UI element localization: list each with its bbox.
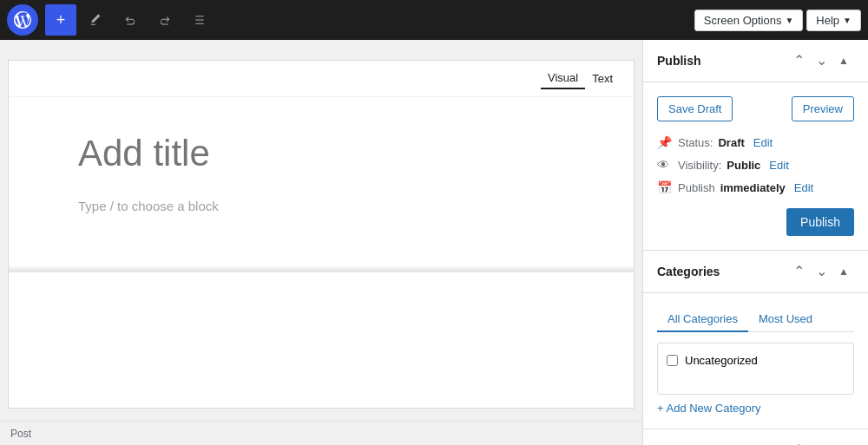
publish-panel: Publish ⌃ ⌄ ▲ Save Draft Preview 📌 Statu… [643,40,868,251]
publish-time-edit-link[interactable]: Edit [794,181,813,194]
save-draft-button[interactable]: Save Draft [657,96,733,121]
publish-panel-collapse-up[interactable]: ⌃ [788,50,809,71]
most-used-tab[interactable]: Most Used [748,307,823,332]
visibility-label: Visibility: [678,159,721,172]
categories-panel-controls: ⌃ ⌄ ▲ [788,261,854,282]
publish-panel-header[interactable]: Publish ⌃ ⌄ ▲ [643,40,868,82]
publish-time-row: 📅 Publish immediately Edit [657,180,854,194]
sidebar: Publish ⌃ ⌄ ▲ Save Draft Preview 📌 Statu… [642,40,868,445]
undo-button[interactable] [115,4,146,36]
uncategorized-label[interactable]: Uncategorized [685,354,758,367]
add-block-button[interactable]: + [45,4,76,36]
tab-text[interactable]: Text [585,68,620,89]
categories-panel-header[interactable]: Categories ⌃ ⌄ ▲ [643,251,868,293]
redo-button[interactable] [149,4,181,36]
status-edit-link[interactable]: Edit [753,136,773,149]
publish-time-value: immediately [720,181,786,194]
post-title-input[interactable] [78,132,564,175]
status-row: 📌 Status: Draft Edit [657,135,854,149]
top-bar-left: + [7,4,215,36]
editor-inner: Visual Text Type / to choose a block [9,61,634,408]
publish-label: Publish [678,181,715,194]
chevron-down-icon: ▼ [843,16,852,25]
help-button[interactable]: Help ▼ [806,10,861,31]
eye-icon: 👁 [657,158,673,172]
categories-panel-toggle[interactable]: ▲ [833,261,854,282]
editor-scrollable: Visual Text Type / to choose a block [0,40,642,421]
calendar-icon: 📅 [657,180,673,194]
editor-footer: Post [0,421,642,445]
publish-panel-collapse-down[interactable]: ⌄ [811,50,832,71]
category-list: Uncategorized [657,343,854,395]
preview-button[interactable]: Preview [792,96,854,121]
categories-panel-collapse-up[interactable]: ⌃ [788,261,809,282]
tools-menu-button[interactable] [184,4,215,36]
categories-panel: Categories ⌃ ⌄ ▲ All Categories Most Use… [643,251,868,429]
all-categories-tab[interactable]: All Categories [657,307,748,332]
editor-tab-bar: Visual Text [9,61,634,97]
screen-options-button[interactable]: Screen Options ▼ [694,10,804,31]
list-item: Uncategorized [665,350,846,370]
publish-panel-title: Publish [657,54,701,68]
tags-panel-controls: ⌃ ⌄ ▲ [788,440,854,445]
categories-panel-collapse-down[interactable]: ⌄ [811,261,832,282]
resize-handle[interactable] [9,265,634,272]
main-layout: Visual Text Type / to choose a block Pos… [0,40,868,445]
editor-area: Visual Text Type / to choose a block Pos… [0,40,642,445]
publish-panel-body: Save Draft Preview 📌 Status: Draft Edit … [643,82,868,250]
top-bar-right: Screen Options ▼ Help ▼ [694,10,861,31]
visibility-row: 👁 Visibility: Public Edit [657,158,854,172]
tags-panel-collapse-down[interactable]: ⌄ [811,440,832,445]
wordpress-logo[interactable] [7,4,38,36]
edit-tool-button[interactable] [80,4,111,36]
publish-button[interactable]: Publish [786,208,854,236]
publish-panel-toggle[interactable]: ▲ [833,50,854,71]
publish-panel-controls: ⌃ ⌄ ▲ [788,50,854,71]
categories-tabs: All Categories Most Used [657,307,854,332]
add-new-category-link[interactable]: + Add New Category [657,402,761,415]
chevron-down-icon: ▼ [785,16,793,25]
editor-body: Type / to choose a block [9,97,634,265]
visibility-edit-link[interactable]: Edit [769,159,788,172]
block-type-prompt[interactable]: Type / to choose a block [78,199,564,213]
visibility-value: Public [727,159,760,172]
tags-panel-header[interactable]: Tags ⌃ ⌄ ▲ [643,429,868,445]
tags-panel-toggle[interactable]: ▲ [833,440,854,445]
categories-panel-title: Categories [657,265,720,278]
top-bar: + Screen Options ▼ Help [0,0,868,40]
status-value: Draft [718,136,744,149]
pin-icon: 📌 [657,135,673,149]
status-label: Status: [678,136,713,149]
categories-panel-body: All Categories Most Used Uncategorized +… [643,293,868,429]
tags-panel: Tags ⌃ ⌄ ▲ Add [643,429,868,445]
tab-visual[interactable]: Visual [541,68,585,89]
publish-meta: 📌 Status: Draft Edit 👁 Visibility: Publi… [657,135,854,194]
tags-panel-collapse-up[interactable]: ⌃ [788,440,809,445]
uncategorized-checkbox[interactable] [667,355,678,366]
post-type-label: Post [10,428,31,440]
publish-actions: Save Draft Preview [657,96,854,121]
